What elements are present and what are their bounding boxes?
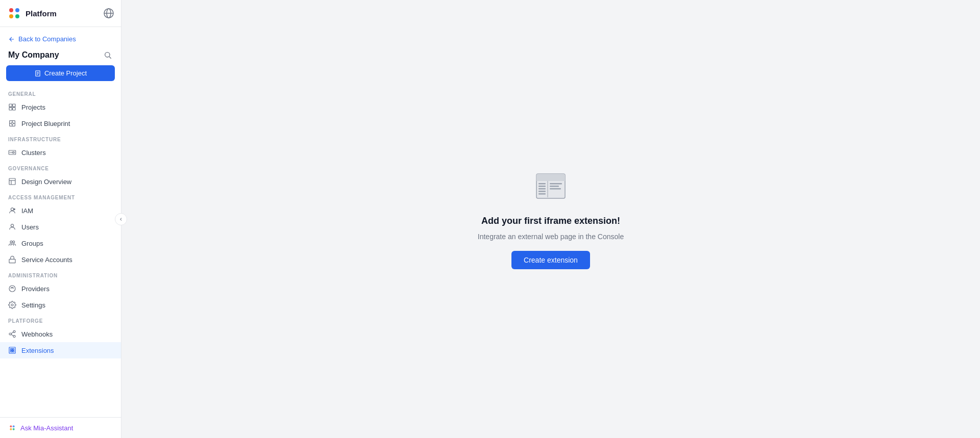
iam-icon — [8, 207, 16, 215]
create-project-button[interactable]: Create Project — [6, 65, 115, 81]
empty-state-illustration — [532, 169, 569, 205]
logo-text: Platform — [26, 9, 57, 18]
users-icon — [8, 223, 16, 231]
projects-icon — [8, 103, 16, 111]
svg-point-50 — [13, 428, 15, 430]
sidebar-item-extensions[interactable]: Extensions — [0, 342, 121, 358]
svg-point-34 — [13, 241, 15, 243]
blueprint-icon — [8, 119, 16, 127]
svg-rect-55 — [538, 186, 546, 187]
svg-rect-58 — [538, 193, 546, 195]
svg-rect-44 — [13, 349, 14, 350]
providers-icon — [8, 285, 16, 293]
svg-rect-46 — [13, 351, 14, 352]
sidebar-nav: Back to Companies My Company Create Proj… — [0, 27, 121, 417]
svg-rect-23 — [9, 150, 15, 154]
svg-rect-60 — [550, 183, 562, 185]
empty-state-title: Add your first iframe extension! — [481, 216, 620, 226]
extensions-icon — [8, 346, 16, 354]
svg-line-8 — [109, 57, 111, 59]
svg-rect-57 — [538, 191, 546, 192]
svg-point-39 — [13, 330, 15, 332]
sidebar-item-settings[interactable]: Settings — [0, 297, 121, 313]
svg-point-48 — [13, 425, 15, 427]
main-content: Add your first iframe extension! Integra… — [121, 0, 980, 438]
groups-icon — [8, 239, 16, 247]
svg-rect-27 — [9, 178, 15, 185]
section-infrastructure: INFRASTRUCTURE — [0, 132, 121, 144]
sidebar-item-clusters[interactable]: Clusters — [0, 144, 121, 161]
svg-point-2 — [9, 14, 13, 18]
svg-point-1 — [15, 8, 19, 12]
section-access-management: ACCESS MANAGEMENT — [0, 190, 121, 202]
section-general: GENERAL — [0, 86, 121, 99]
svg-point-47 — [10, 425, 12, 427]
clusters-icon — [8, 148, 16, 157]
create-extension-button[interactable]: Create extension — [511, 251, 590, 269]
svg-point-49 — [10, 428, 12, 430]
svg-rect-62 — [550, 188, 561, 190]
sidebar-header: Platform — [0, 0, 121, 27]
design-overview-icon — [8, 177, 16, 186]
svg-rect-45 — [11, 351, 12, 352]
sidebar: Platform Back to Companies My Company — [0, 0, 121, 438]
svg-rect-42 — [9, 347, 15, 353]
back-arrow-icon — [8, 36, 15, 43]
svg-point-33 — [10, 241, 12, 243]
svg-rect-54 — [538, 183, 546, 185]
svg-point-30 — [11, 208, 13, 211]
svg-point-38 — [11, 304, 13, 306]
svg-point-0 — [9, 8, 13, 12]
svg-rect-16 — [13, 108, 15, 110]
sidebar-item-users[interactable]: Users — [0, 219, 121, 235]
svg-rect-14 — [13, 104, 15, 107]
company-name: My Company — [8, 50, 59, 60]
chevron-left-icon — [118, 217, 124, 222]
sidebar-item-design-overview[interactable]: Design Overview — [0, 173, 121, 190]
settings-icon — [8, 301, 16, 309]
svg-rect-26 — [13, 152, 14, 153]
svg-point-40 — [9, 333, 11, 335]
document-icon — [34, 70, 41, 77]
svg-point-7 — [105, 53, 110, 57]
ask-mia-button[interactable]: Ask Mia-Assistant — [8, 424, 113, 432]
sidebar-footer: Ask Mia-Assistant — [0, 417, 121, 438]
sidebar-item-providers[interactable]: Providers — [0, 280, 121, 297]
search-icon — [104, 51, 112, 59]
webhooks-icon — [8, 330, 16, 338]
svg-point-41 — [13, 336, 15, 338]
search-button[interactable] — [103, 50, 113, 60]
empty-state: Add your first iframe extension! Integra… — [478, 169, 624, 269]
empty-state-subtitle: Integrate an external web page in the Co… — [478, 233, 624, 241]
svg-rect-13 — [9, 104, 12, 107]
sidebar-item-projects[interactable]: Projects — [0, 99, 121, 115]
mia-platform-logo — [6, 5, 22, 21]
sidebar-item-project-blueprint[interactable]: Project Blueprint — [0, 115, 121, 132]
section-platforge: PLATFORGE — [0, 313, 121, 326]
svg-rect-56 — [538, 188, 546, 190]
svg-point-32 — [11, 224, 13, 227]
section-administration: ADMINISTRATION — [0, 268, 121, 280]
logo-area: Platform — [6, 5, 57, 21]
svg-rect-53 — [536, 179, 565, 181]
svg-rect-61 — [550, 186, 559, 187]
svg-rect-15 — [9, 108, 12, 110]
svg-point-31 — [14, 209, 15, 210]
svg-rect-43 — [11, 349, 12, 350]
svg-point-18 — [11, 122, 13, 124]
svg-point-3 — [15, 14, 19, 18]
company-header: My Company — [0, 47, 121, 65]
sidebar-item-iam[interactable]: IAM — [0, 202, 121, 219]
service-accounts-icon — [8, 255, 16, 264]
sidebar-item-service-accounts[interactable]: Service Accounts — [0, 251, 121, 268]
section-governance: GOVERNANCE — [0, 161, 121, 173]
sidebar-item-groups[interactable]: Groups — [0, 235, 121, 251]
back-to-companies-link[interactable]: Back to Companies — [0, 31, 121, 47]
svg-rect-35 — [9, 259, 15, 263]
globe-icon[interactable] — [103, 7, 115, 19]
mia-assistant-icon — [8, 424, 16, 432]
sidebar-item-webhooks[interactable]: Webhooks — [0, 326, 121, 342]
sidebar-collapse-button[interactable] — [115, 213, 127, 225]
